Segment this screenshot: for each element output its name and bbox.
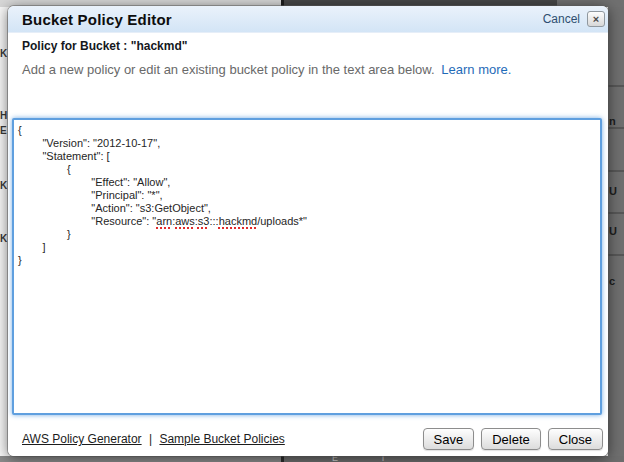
bucket-policy-editor-dialog: Bucket Policy Editor Cancel × Policy for… — [8, 6, 608, 456]
bg-text-fragment: U — [609, 185, 617, 197]
bg-text-fragment: U — [609, 225, 617, 237]
bg-text-fragment: E — [0, 125, 7, 136]
sample-bucket-policies-link[interactable]: Sample Bucket Policies — [159, 432, 284, 446]
bg-text-fragment: K — [0, 233, 7, 244]
dialog-header: Bucket Policy Editor Cancel × — [8, 6, 608, 33]
policy-textarea[interactable]: { "Version": "2012-10-17", "Statement": … — [12, 118, 602, 415]
policy-for-bucket-label: Policy for Bucket : "hackmd" — [22, 39, 187, 53]
background-left-strip: K H E K K — [0, 7, 8, 456]
description-text: Add a new policy or edit an existing buc… — [22, 62, 435, 77]
close-button[interactable]: Close — [548, 428, 603, 450]
aws-policy-generator-link[interactable]: AWS Policy Generator — [22, 432, 142, 446]
save-button[interactable]: Save — [423, 428, 475, 450]
bg-text-fragment: K — [0, 48, 7, 59]
bg-text-fragment: l — [382, 456, 384, 462]
close-icon[interactable]: × — [587, 11, 605, 27]
background-right-strip: n U U c — [608, 7, 624, 456]
bg-text-fragment: H — [0, 110, 7, 121]
dialog-title: Bucket Policy Editor — [22, 11, 543, 28]
background-bottom-strip-left — [0, 456, 281, 462]
dialog-footer: AWS Policy Generator | Sample Bucket Pol… — [8, 422, 608, 456]
learn-more-link[interactable]: Learn more. — [441, 62, 511, 77]
cancel-link[interactable]: Cancel — [543, 12, 580, 26]
delete-button[interactable]: Delete — [481, 428, 541, 450]
background-bottom-strip-right: E l — [284, 456, 624, 462]
bg-text-fragment: n — [609, 115, 616, 127]
bg-text-fragment: K — [0, 180, 7, 191]
bg-text-fragment: E — [332, 456, 338, 462]
bg-text-fragment: c — [609, 275, 615, 287]
link-separator: | — [149, 432, 152, 446]
footer-links: AWS Policy Generator | Sample Bucket Pol… — [22, 432, 416, 446]
dialog-description: Add a new policy or edit an existing buc… — [22, 62, 511, 77]
